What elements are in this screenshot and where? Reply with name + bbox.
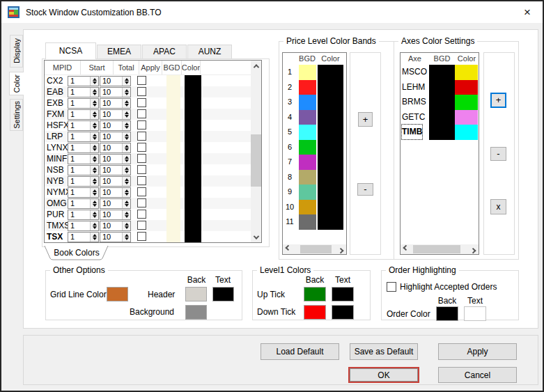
vertical-scrollbar[interactable] [251, 61, 261, 242]
axe-label[interactable]: TIMB [402, 125, 422, 139]
add-axe-button[interactable]: + [490, 93, 506, 108]
bgd-swatch[interactable] [429, 80, 455, 95]
start-spinner[interactable]: 1 [68, 198, 99, 209]
total-spinner[interactable]: 10 [100, 76, 131, 86]
apply-checkbox[interactable] [137, 176, 146, 185]
spinner-arrows-icon[interactable] [90, 221, 98, 230]
bgd-swatch[interactable] [166, 198, 180, 209]
bgd-swatch[interactable] [429, 95, 455, 110]
color-swatch[interactable] [455, 80, 478, 95]
apply-checkbox[interactable] [137, 165, 146, 174]
spinner-arrows-icon[interactable] [90, 88, 98, 97]
delete-axe-button[interactable]: x [490, 199, 506, 214]
tab-display[interactable]: Display [10, 35, 23, 68]
spinner-arrows-icon[interactable] [122, 233, 130, 242]
apply-checkbox[interactable] [137, 98, 146, 107]
color-swatch[interactable] [185, 97, 201, 109]
color-swatch[interactable] [185, 220, 201, 231]
spinner-arrows-icon[interactable] [90, 155, 98, 164]
color-swatch[interactable] [455, 110, 478, 125]
bgd-swatch[interactable] [299, 95, 316, 110]
spinner-arrows-icon[interactable] [122, 110, 130, 119]
total-spinner[interactable]: 10 [100, 232, 131, 242]
apply-checkbox[interactable] [137, 120, 146, 130]
bgd-swatch[interactable] [166, 86, 180, 97]
bgd-swatch[interactable] [166, 142, 180, 153]
bgd-swatch[interactable] [166, 131, 180, 142]
bgd-swatch[interactable] [299, 214, 316, 230]
bgd-swatch[interactable] [299, 110, 316, 125]
bgd-swatch[interactable] [166, 164, 180, 175]
spinner-arrows-icon[interactable] [90, 77, 98, 86]
tab-color[interactable]: Color [9, 72, 24, 95]
add-band-button[interactable]: + [358, 112, 373, 127]
scroll-right-icon[interactable] [336, 244, 346, 254]
up-tick-back-swatch[interactable] [304, 287, 326, 301]
scroll-left-icon[interactable] [401, 244, 410, 254]
total-spinner[interactable]: 10 [100, 198, 131, 209]
bgd-swatch[interactable] [429, 125, 455, 140]
order-text-swatch[interactable] [464, 306, 486, 321]
color-swatch[interactable] [185, 142, 201, 153]
order-back-swatch[interactable] [436, 306, 458, 321]
color-swatch[interactable] [455, 95, 478, 110]
scrollbar-thumb[interactable] [413, 245, 460, 253]
spinner-arrows-icon[interactable] [122, 188, 130, 197]
color-swatch[interactable] [318, 185, 343, 200]
start-spinner[interactable]: 1 [68, 109, 99, 120]
tab-emea[interactable]: EMEA [97, 45, 141, 59]
close-icon[interactable]: × [516, 1, 538, 23]
start-spinner[interactable]: 1 [68, 165, 99, 175]
apply-checkbox[interactable] [137, 187, 146, 196]
color-swatch[interactable] [185, 86, 201, 97]
start-spinner[interactable]: 1 [68, 120, 99, 131]
bgd-swatch[interactable] [299, 155, 316, 170]
color-swatch[interactable] [318, 170, 343, 185]
color-swatch[interactable] [185, 209, 201, 220]
color-swatch[interactable] [318, 110, 343, 125]
color-swatch[interactable] [185, 109, 201, 120]
up-tick-text-swatch[interactable] [332, 287, 354, 301]
apply-checkbox[interactable] [137, 87, 146, 96]
color-swatch[interactable] [185, 198, 201, 209]
spinner-arrows-icon[interactable] [90, 166, 98, 175]
apply-checkbox[interactable] [137, 76, 146, 85]
spinner-arrows-icon[interactable] [90, 199, 98, 208]
apply-checkbox[interactable] [137, 154, 146, 163]
spinner-arrows-icon[interactable] [90, 99, 98, 108]
spinner-arrows-icon[interactable] [90, 188, 98, 197]
spinner-arrows-icon[interactable] [122, 121, 130, 130]
spinner-arrows-icon[interactable] [122, 210, 130, 219]
bgd-swatch[interactable] [299, 140, 316, 155]
spinner-arrows-icon[interactable] [90, 121, 98, 130]
header-text-swatch[interactable] [212, 287, 234, 301]
remove-axe-button[interactable]: - [490, 147, 506, 161]
start-spinner[interactable]: 1 [68, 221, 99, 231]
remove-band-button[interactable]: - [357, 183, 373, 196]
total-spinner[interactable]: 10 [100, 98, 131, 109]
scroll-up-icon[interactable] [251, 61, 261, 71]
spinner-arrows-icon[interactable] [122, 77, 130, 86]
scroll-right-icon[interactable] [469, 244, 479, 254]
total-spinner[interactable]: 10 [100, 221, 131, 231]
highlight-accepted-orders-checkbox[interactable] [387, 282, 396, 292]
bgd-swatch[interactable] [166, 153, 180, 164]
color-swatch[interactable] [318, 125, 343, 140]
total-spinner[interactable]: 10 [100, 143, 131, 153]
spinner-arrows-icon[interactable] [90, 177, 98, 186]
bgd-swatch[interactable] [299, 185, 316, 200]
bgd-swatch[interactable] [166, 220, 180, 231]
start-spinner[interactable]: 1 [68, 176, 99, 187]
ok-button[interactable]: OK [350, 368, 418, 382]
scroll-left-icon[interactable] [283, 244, 293, 254]
spinner-arrows-icon[interactable] [90, 210, 98, 219]
color-swatch[interactable] [185, 231, 201, 242]
tab-apac[interactable]: APAC [142, 45, 187, 59]
down-tick-back-swatch[interactable] [304, 305, 326, 320]
color-swatch[interactable] [185, 175, 201, 187]
scrollbar-thumb[interactable] [300, 245, 332, 253]
apply-checkbox[interactable] [137, 221, 146, 230]
color-swatch[interactable] [455, 125, 478, 140]
bgd-swatch[interactable] [166, 175, 180, 187]
apply-checkbox[interactable] [137, 132, 146, 141]
